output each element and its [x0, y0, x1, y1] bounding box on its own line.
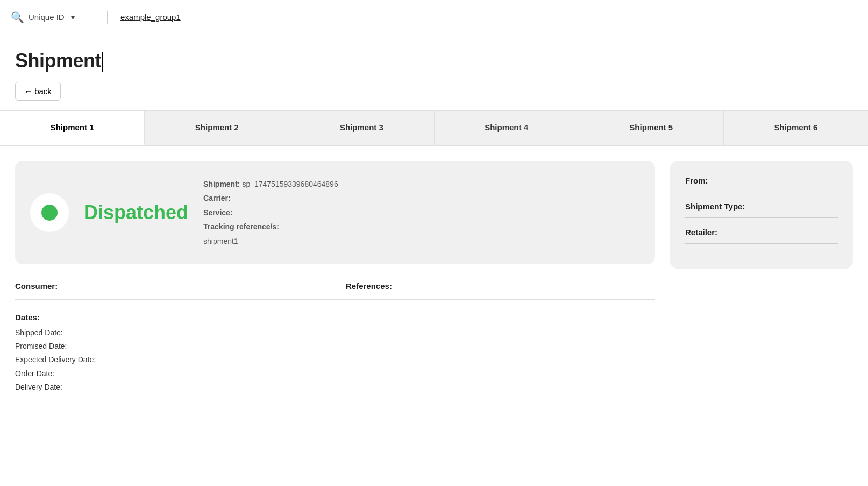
tab-shipment-5[interactable]: Shipment 5	[579, 111, 724, 145]
right-divider-3	[685, 243, 838, 244]
references-label: References:	[346, 281, 655, 291]
tab-shipment-3[interactable]: Shipment 3	[289, 111, 434, 145]
tabs-container: Shipment 1 Shipment 2 Shipment 3 Shipmen…	[0, 110, 868, 146]
info-section: Consumer: References:	[15, 281, 655, 300]
tab-shipment-6[interactable]: Shipment 6	[724, 111, 868, 145]
search-input-wrap	[108, 12, 857, 22]
tracking-line: Tracking reference/s:	[203, 221, 338, 233]
page-title: Shipment	[15, 50, 853, 72]
dates-label: Dates:	[15, 313, 655, 322]
right-divider-2	[685, 217, 838, 218]
retailer-field: Retailer:	[685, 228, 838, 244]
consumer-label: Consumer:	[15, 281, 324, 291]
divider-2	[15, 405, 655, 405]
tab-shipment-4[interactable]: Shipment 4	[435, 111, 579, 145]
tab-shipment-1[interactable]: Shipment 1	[0, 111, 145, 145]
carrier-line: Carrier:	[203, 192, 338, 204]
retailer-label: Retailer:	[685, 228, 838, 237]
right-card: From: Shipment Type: Retailer:	[670, 161, 853, 269]
expected-delivery-row: Expected Delivery Date:	[15, 353, 655, 367]
dates-section: Dates: Shipped Date: Promised Date: Expe…	[15, 313, 655, 405]
chevron-down-icon: ▾	[71, 13, 75, 22]
shipped-date-row: Shipped Date:	[15, 326, 655, 340]
cursor-bar	[102, 52, 103, 72]
search-icon: 🔍	[11, 11, 24, 24]
order-date-row: Order Date:	[15, 367, 655, 381]
delivery-date-row: Delivery Date:	[15, 381, 655, 394]
shipment-type-field: Shipment Type:	[685, 202, 838, 218]
divider-1	[15, 299, 655, 300]
status-card: Dispatched Shipment: sp_1747515933968046…	[15, 161, 655, 264]
consumer-block: Consumer:	[15, 281, 324, 292]
consumer-references-row: Consumer: References:	[15, 281, 655, 292]
back-button[interactable]: ← back	[15, 82, 61, 101]
status-label: Dispatched	[84, 201, 188, 224]
references-block: References:	[346, 281, 655, 292]
tracking-value: shipment1	[203, 235, 338, 247]
status-icon-circle	[30, 193, 69, 232]
dispatched-dot	[41, 205, 58, 221]
search-bar: 🔍 Unique ID ▾	[0, 0, 868, 34]
main-content: Dispatched Shipment: sp_1747515933968046…	[0, 146, 868, 428]
tab-shipment-2[interactable]: Shipment 2	[145, 111, 289, 145]
right-column: From: Shipment Type: Retailer:	[670, 161, 853, 413]
search-type-selector[interactable]: 🔍 Unique ID ▾	[11, 11, 108, 24]
page-title-section: Shipment	[0, 34, 868, 72]
from-label: From:	[685, 176, 838, 185]
service-line: Service:	[203, 207, 338, 219]
shipment-type-label: Shipment Type:	[685, 202, 838, 211]
left-column: Dispatched Shipment: sp_1747515933968046…	[15, 161, 655, 413]
shipment-id-line: Shipment: sp_17475159339680464896	[203, 178, 338, 190]
search-input[interactable]	[120, 12, 857, 22]
search-type-label: Unique ID	[29, 12, 65, 22]
from-field: From:	[685, 176, 838, 192]
promised-date-row: Promised Date:	[15, 340, 655, 353]
right-divider-1	[685, 192, 838, 192]
status-details: Shipment: sp_17475159339680464896 Carrie…	[203, 178, 338, 247]
